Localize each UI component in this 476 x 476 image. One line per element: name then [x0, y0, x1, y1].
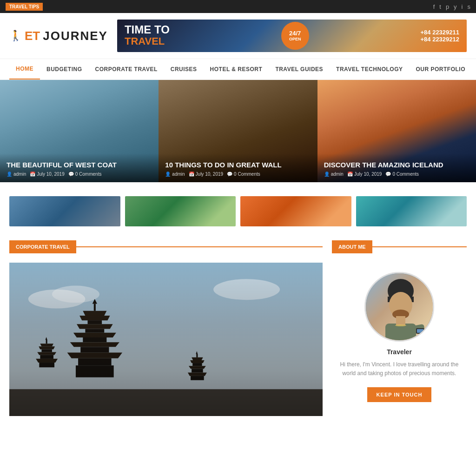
pagoda-illustration	[9, 263, 323, 416]
avatar-image	[366, 273, 434, 342]
hero-grid: THE BEAUTIFUL OF WEST COAT 👤 admin 📅 Jul…	[0, 80, 476, 182]
hero-meta-3: 👤 admin 📅 July 10, 2019 💬 0 Comments	[324, 172, 469, 177]
avatar	[364, 272, 434, 342]
hero-date-1: 📅 July 10, 2019	[30, 172, 65, 177]
navigation: HOME BUDGETING CORPORATE TRAVEL CRUISES …	[0, 59, 476, 80]
hero-comments-3: 💬 0 Comments	[385, 172, 419, 177]
travel-tips-badge[interactable]: TRAVEL TIPS	[6, 3, 43, 11]
pinterest-icon[interactable]: p	[446, 3, 449, 10]
banner-text: TIME TO TRAVEL	[125, 24, 170, 47]
nav-travel-technology[interactable]: TRAVEL TECHNOLOGY	[330, 60, 409, 79]
logo-journey: JOURNEY	[43, 29, 108, 43]
nav-corporate-travel[interactable]: CORPORATE TRAVEL	[89, 60, 164, 79]
thumb-2[interactable]	[125, 196, 236, 226]
corporate-travel-header: CORPORATE TRAVEL	[9, 240, 323, 253]
header-banner: TIME TO TRAVEL 24/7 OPEN +84 22329211 +8…	[117, 20, 467, 52]
hero-author-1: 👤 admin	[7, 172, 26, 177]
thumb-1[interactable]	[9, 196, 120, 226]
hero-item-3[interactable]: DISCOVER THE AMAZING ICELAND 👤 admin 📅 J…	[317, 80, 476, 182]
nav-our-portfolio[interactable]: OUR PORTFOLIO	[410, 60, 472, 79]
thumb-4[interactable]	[356, 196, 467, 226]
instagram-icon[interactable]: i	[462, 3, 463, 10]
nav-travel-guides[interactable]: TRAVEL GUIDES	[269, 60, 330, 79]
about-me-box: Traveler Hi there, I'm Vincent. I love t…	[332, 263, 467, 407]
about-me-badge: ABOUT ME	[332, 240, 372, 253]
right-column: ABOUT ME	[332, 240, 467, 416]
main-content: CORPORATE TRAVEL	[0, 240, 476, 425]
svg-rect-37	[9, 263, 323, 416]
banner-hours: 24/7	[289, 30, 301, 37]
skype-icon[interactable]: s	[468, 3, 471, 10]
phone-2: +84 22329212	[420, 36, 459, 43]
traveler-label: Traveler	[332, 348, 467, 356]
nav-cruises[interactable]: CRUISES	[164, 60, 204, 79]
hero-overlay-3: DISCOVER THE AMAZING ICELAND 👤 admin 📅 J…	[317, 153, 476, 182]
social-icons: f t p y i s	[433, 3, 470, 10]
hero-comments-1: 💬 0 Comments	[68, 172, 102, 177]
nav-budgeting[interactable]: BUDGETING	[40, 60, 89, 79]
hero-title-3: DISCOVER THE AMAZING ICELAND	[324, 161, 469, 169]
header: 🚶 ET JOURNEY TIME TO TRAVEL 24/7 OPEN +8…	[0, 13, 476, 59]
feature-image[interactable]	[9, 263, 323, 416]
twitter-icon[interactable]: t	[439, 3, 441, 10]
keep-in-touch-button[interactable]: KEEP IN TOUCH	[367, 387, 432, 402]
svg-rect-44	[396, 316, 405, 325]
nav-hotel-resort[interactable]: HOTEL & RESORT	[204, 60, 269, 79]
logo[interactable]: 🚶 ET JOURNEY	[9, 29, 108, 43]
thumbnail-strip	[0, 182, 476, 240]
banner-circle-247: 24/7 OPEN	[281, 22, 309, 50]
corporate-travel-line	[76, 246, 323, 247]
hero-title-1: THE BEAUTIFUL OF WEST COAT	[7, 161, 152, 169]
hero-overlay-2: 10 THINGS TO DO IN GREAT WALL 👤 admin 📅 …	[159, 153, 317, 182]
banner-phone: +84 22329211 +84 22329212	[420, 29, 459, 43]
about-bio: Hi there, I'm Vincent. I love travelling…	[332, 360, 467, 378]
logo-et: ET	[25, 29, 40, 43]
banner-travel: TRAVEL	[125, 35, 170, 47]
hero-author-2: 👤 admin	[165, 172, 185, 177]
hero-author-3: 👤 admin	[324, 172, 344, 177]
hero-date-3: 📅 July 10, 2019	[347, 172, 382, 177]
corporate-travel-badge: CORPORATE TRAVEL	[9, 240, 76, 253]
hero-item-1[interactable]: THE BEAUTIFUL OF WEST COAT 👤 admin 📅 Jul…	[0, 80, 159, 182]
about-me-line	[372, 246, 467, 247]
banner-open: OPEN	[289, 37, 301, 42]
about-me-header: ABOUT ME	[332, 240, 467, 253]
hero-date-2: 📅 July 10, 2019	[189, 172, 224, 177]
banner-time-to: TIME TO	[125, 24, 170, 35]
facebook-icon[interactable]: f	[433, 3, 435, 10]
nav-home[interactable]: HOME	[9, 59, 40, 79]
left-column: CORPORATE TRAVEL	[9, 240, 323, 416]
hero-item-2[interactable]: 10 THINGS TO DO IN GREAT WALL 👤 admin 📅 …	[159, 80, 317, 182]
hero-meta-2: 👤 admin 📅 July 10, 2019 💬 0 Comments	[165, 172, 311, 177]
hero-title-2: 10 THINGS TO DO IN GREAT WALL	[165, 161, 311, 169]
hero-overlay-1: THE BEAUTIFUL OF WEST COAT 👤 admin 📅 Jul…	[0, 153, 159, 182]
phone-1: +84 22329211	[420, 29, 459, 36]
youtube-icon[interactable]: y	[454, 3, 457, 10]
logo-person-icon: 🚶	[9, 30, 22, 42]
svg-point-45	[395, 324, 406, 326]
svg-rect-48	[417, 329, 423, 333]
hero-meta-1: 👤 admin 📅 July 10, 2019 💬 0 Comments	[7, 172, 152, 177]
hero-comments-2: 💬 0 Comments	[227, 172, 260, 177]
top-bar: TRAVEL TIPS f t p y i s	[0, 0, 476, 13]
thumb-3[interactable]	[240, 196, 351, 226]
